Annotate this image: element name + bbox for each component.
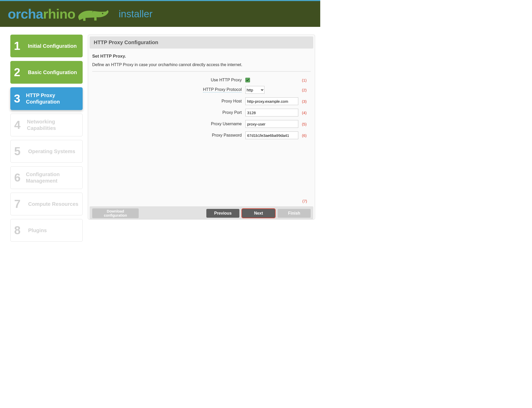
sidebar: 1 Initial Configuration 2 Basic Configur… bbox=[10, 35, 83, 242]
download-label-2: configuration bbox=[104, 213, 127, 217]
protocol-select[interactable]: http bbox=[245, 86, 264, 94]
label-username: Proxy Username bbox=[211, 122, 242, 126]
panel-body: Set HTTP Proxy. Define an HTTP Proxy in … bbox=[90, 49, 313, 206]
step-number: 8 bbox=[14, 225, 25, 236]
checkmark-icon bbox=[246, 79, 249, 82]
step-label: Compute Resources bbox=[28, 201, 79, 207]
label-use-proxy: Use HTTP Proxy bbox=[211, 78, 242, 82]
panel-subtitle: Set HTTP Proxy. bbox=[92, 54, 311, 59]
step-number: 2 bbox=[14, 67, 25, 78]
step-label: Initial Configuration bbox=[28, 43, 77, 49]
previous-button[interactable]: Previous bbox=[206, 209, 239, 218]
download-label-1: Download bbox=[107, 209, 124, 213]
step-label: Networking Capabilities bbox=[27, 119, 79, 131]
step-label: Plugins bbox=[28, 227, 47, 234]
header-tagline: installer bbox=[119, 9, 153, 20]
installer-page: orcharhino installer 1 Initial Configura… bbox=[0, 0, 320, 244]
panel-title: HTTP Proxy Configuration bbox=[90, 36, 313, 49]
rhino-icon bbox=[76, 8, 110, 24]
row-use-proxy: Use HTTP Proxy (1) bbox=[92, 78, 311, 82]
main-panel: HTTP Proxy Configuration Set HTTP Proxy.… bbox=[88, 35, 315, 219]
annotation-3: (3) bbox=[302, 99, 311, 104]
annotation-5: (5) bbox=[302, 122, 311, 126]
next-button[interactable]: Next bbox=[242, 209, 275, 218]
footer-buttons: Download configuration Previous Next Fin… bbox=[90, 206, 313, 219]
brand-part1: orcha bbox=[8, 6, 43, 22]
proxy-port-input[interactable] bbox=[245, 109, 298, 116]
proxy-host-input[interactable] bbox=[245, 97, 298, 105]
download-configuration-button[interactable]: Download configuration bbox=[92, 208, 139, 218]
finish-button[interactable]: Finish bbox=[278, 209, 311, 218]
step-number: 4 bbox=[14, 119, 24, 131]
label-protocol: HTTP Proxy Protocol bbox=[203, 87, 242, 92]
sidebar-item-operating-systems[interactable]: 5 Operating Systems bbox=[10, 140, 83, 163]
annotation-1: (1) bbox=[302, 78, 311, 82]
step-number: 5 bbox=[14, 146, 25, 157]
use-proxy-checkbox[interactable] bbox=[245, 78, 250, 82]
sidebar-item-compute-resources[interactable]: 7 Compute Resources bbox=[10, 193, 83, 215]
annotation-4: (4) bbox=[302, 111, 311, 115]
brand-logo: orcharhino bbox=[8, 6, 110, 22]
row-password: Proxy Password (6) bbox=[92, 131, 311, 139]
brand-part2: rhino bbox=[43, 6, 75, 22]
step-label: Configuration Management bbox=[26, 171, 79, 184]
divider bbox=[92, 71, 311, 72]
proxy-username-input[interactable] bbox=[245, 120, 298, 128]
svg-point-0 bbox=[102, 13, 103, 14]
sidebar-item-networking-capabilities[interactable]: 4 Networking Capabilities bbox=[10, 114, 83, 136]
sidebar-item-http-proxy-configuration[interactable]: 3 HTTP Proxy Configuration bbox=[10, 87, 83, 110]
proxy-form: Use HTTP Proxy (1) HTTP Proxy Protocol bbox=[92, 78, 311, 139]
row-username: Proxy Username (5) bbox=[92, 120, 311, 128]
annotation-7: (7) bbox=[92, 199, 311, 205]
row-port: Proxy Port (4) bbox=[92, 109, 311, 116]
annotation-6: (6) bbox=[302, 133, 311, 138]
row-host: Proxy Host (3) bbox=[92, 97, 311, 105]
sidebar-item-basic-configuration[interactable]: 2 Basic Configuration bbox=[10, 61, 83, 84]
step-number: 1 bbox=[14, 40, 25, 52]
label-port: Proxy Port bbox=[222, 110, 242, 115]
sidebar-item-initial-configuration[interactable]: 1 Initial Configuration bbox=[10, 35, 83, 57]
step-number: 3 bbox=[14, 93, 23, 104]
step-label: Basic Configuration bbox=[28, 69, 77, 76]
label-password: Proxy Password bbox=[212, 133, 242, 138]
label-host: Proxy Host bbox=[222, 99, 242, 104]
annotation-2: (2) bbox=[302, 88, 311, 92]
step-label: HTTP Proxy Configuration bbox=[26, 92, 79, 105]
proxy-password-input[interactable] bbox=[245, 131, 298, 139]
sidebar-item-plugins[interactable]: 8 Plugins bbox=[10, 219, 83, 242]
header: orcharhino installer bbox=[0, 0, 320, 27]
step-number: 6 bbox=[14, 172, 23, 183]
row-protocol: HTTP Proxy Protocol http (2) bbox=[92, 86, 311, 94]
panel-description: Define an HTTP Proxy in case your orchar… bbox=[92, 62, 311, 67]
step-number: 7 bbox=[14, 198, 25, 210]
step-label: Operating Systems bbox=[28, 148, 75, 155]
body: 1 Initial Configuration 2 Basic Configur… bbox=[0, 27, 320, 244]
sidebar-item-configuration-management[interactable]: 6 Configuration Management bbox=[10, 166, 83, 189]
